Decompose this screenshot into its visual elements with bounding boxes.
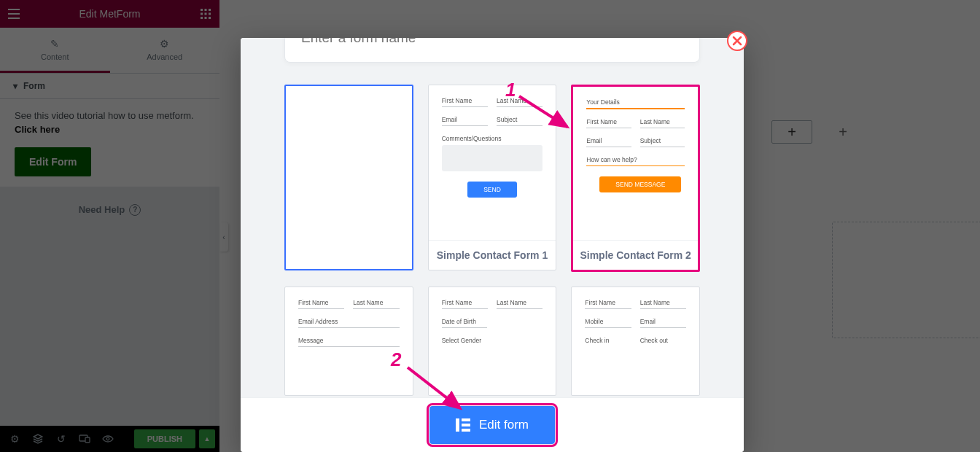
edit-form-label: Edit form <box>479 418 529 432</box>
field-label: Comments/Questions <box>442 135 543 142</box>
field-label: Last Name <box>353 299 399 306</box>
preview-send-btn: SEND <box>467 182 517 198</box>
field-label: Last Name <box>640 299 686 306</box>
form-name-input-wrap <box>284 38 700 63</box>
field-label: Check out <box>640 337 686 344</box>
field-label: First Name <box>298 299 344 306</box>
annotation-arrow-1 <box>516 93 575 134</box>
template-grid: First Name Last Name Email Subject Comme… <box>284 85 700 396</box>
svg-rect-15 <box>462 429 470 432</box>
svg-rect-14 <box>462 424 470 426</box>
template-card-5[interactable]: First Name Last Name Mobile Email Check … <box>571 287 700 396</box>
field-label: Last Name <box>497 299 542 306</box>
field-label: Date of Birth <box>442 318 543 325</box>
template-card-blank[interactable] <box>284 85 413 270</box>
annotation-number-1: 1 <box>505 79 516 101</box>
field-label: First Name <box>586 118 631 125</box>
field-label: First Name <box>442 299 488 306</box>
annotation-number-2: 2 <box>391 348 401 371</box>
field-label: Your Details <box>586 98 685 106</box>
template-card-contact-2[interactable]: Your Details First Name Last Name Email … <box>571 85 700 272</box>
elementor-icon <box>456 418 470 432</box>
field-label: Last Name <box>640 118 685 125</box>
field-label: Subject <box>640 137 685 144</box>
field-label: Email <box>640 318 686 325</box>
close-icon <box>732 36 742 46</box>
svg-rect-12 <box>456 418 459 432</box>
field-label: Select Gender <box>442 337 543 344</box>
field-label: Email <box>586 137 631 144</box>
template-preview: Your Details First Name Last Name Email … <box>573 87 698 240</box>
annotation-arrow-2 <box>405 365 470 416</box>
modal-footer: Edit form <box>241 397 744 452</box>
field-label: How can we help? <box>586 156 685 163</box>
modal-close-button[interactable] <box>727 31 747 51</box>
template-modal: First Name Last Name Email Subject Comme… <box>241 38 744 452</box>
field-label: Email Address <box>298 318 400 325</box>
preview-send-btn: SEND MESSAGE <box>599 176 681 192</box>
form-name-input[interactable] <box>301 38 683 46</box>
template-title: Simple Contact Form 2 <box>573 240 698 270</box>
template-preview: First Name Last Name Mobile Email Check … <box>572 287 699 395</box>
svg-rect-13 <box>462 418 470 421</box>
field-label: First Name <box>585 299 631 306</box>
template-title: Simple Contact Form 1 <box>429 240 556 270</box>
field-label: Mobile <box>585 318 631 325</box>
field-label: First Name <box>442 97 488 104</box>
field-label: Email <box>442 116 488 123</box>
field-label: Message <box>298 337 400 344</box>
template-preview: First Name Last Name Email Address Messa… <box>285 287 413 395</box>
field-label: Check in <box>585 337 631 344</box>
template-card-3[interactable]: First Name Last Name Email Address Messa… <box>284 287 413 396</box>
template-body: First Name Last Name Email Subject Comme… <box>241 38 744 397</box>
